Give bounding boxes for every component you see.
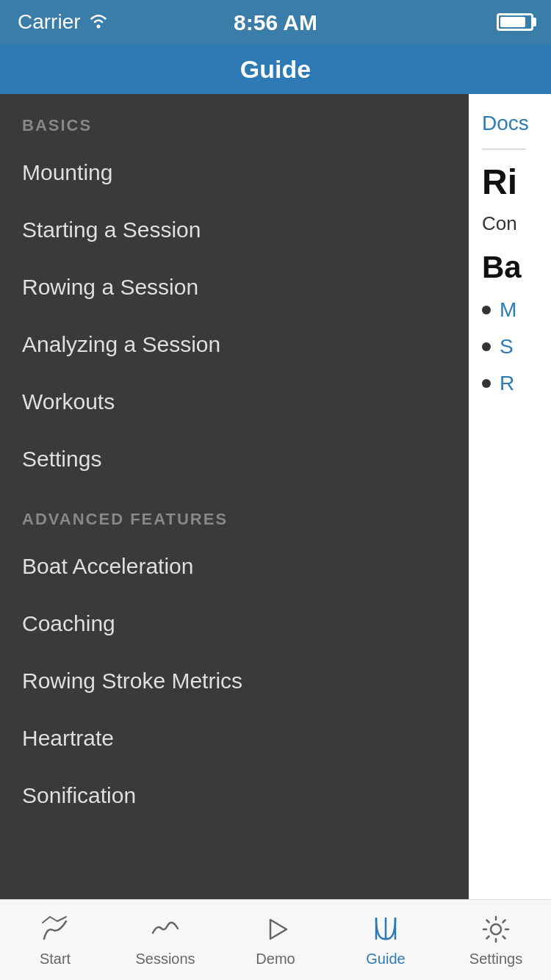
start-tab-icon — [38, 912, 72, 946]
bullet-text-2: S — [500, 335, 514, 359]
tab-bar: StartSessionsDemoGuideSettings — [0, 899, 551, 980]
tab-start[interactable]: Start — [0, 912, 110, 968]
sidebar-section-basics: BASICS — [0, 94, 469, 144]
sidebar-item-workouts[interactable]: Workouts — [0, 373, 469, 430]
sessions-tab-label: Sessions — [135, 951, 195, 968]
status-battery — [497, 13, 533, 31]
sidebar-item-boat-acceleration[interactable]: Boat Acceleration — [0, 538, 469, 595]
bullet-2: S — [482, 335, 538, 359]
bullet-3: R — [482, 372, 538, 395]
wifi-icon — [88, 10, 109, 34]
right-panel: Docs Ri Con Ba M S R — [469, 94, 551, 899]
sidebar-item-rowing-a-session[interactable]: Rowing a Session — [0, 259, 469, 316]
svg-marker-1 — [270, 920, 287, 939]
svg-point-0 — [96, 25, 100, 29]
sidebar-section-advanced-features: ADVANCED FEATURES — [0, 488, 469, 538]
bullet-1: M — [482, 298, 538, 322]
bullet-dot-1 — [482, 306, 491, 314]
carrier-text: Carrier — [18, 10, 81, 34]
tab-sessions[interactable]: Sessions — [110, 912, 220, 968]
tab-demo[interactable]: Demo — [220, 912, 331, 968]
right-subheading: Ba — [482, 250, 538, 285]
docs-link[interactable]: Docs — [482, 112, 538, 135]
sidebar-item-sonification[interactable]: Sonification — [0, 767, 469, 824]
sidebar-item-heartrate[interactable]: Heartrate — [0, 710, 469, 767]
sidebar: BASICSMountingStarting a SessionRowing a… — [0, 94, 469, 899]
settings-tab-label: Settings — [469, 951, 522, 968]
page-title: Guide — [240, 55, 311, 84]
demo-tab-label: Demo — [256, 951, 295, 968]
status-bar: Carrier 8:56 AM — [0, 0, 551, 44]
sidebar-item-mounting[interactable]: Mounting — [0, 144, 469, 201]
right-heading: Ri — [482, 163, 538, 202]
demo-tab-icon — [259, 912, 292, 946]
bullet-dot-3 — [482, 379, 491, 388]
sidebar-item-coaching[interactable]: Coaching — [0, 595, 469, 652]
sidebar-item-analyzing-a-session[interactable]: Analyzing a Session — [0, 316, 469, 373]
sessions-tab-icon — [148, 912, 182, 946]
bullet-text-1: M — [500, 298, 516, 322]
svg-point-5 — [491, 924, 501, 934]
start-tab-label: Start — [40, 951, 71, 968]
sidebar-item-starting-a-session[interactable]: Starting a Session — [0, 201, 469, 259]
right-content: Con — [482, 212, 538, 235]
bullet-text-3: R — [500, 372, 514, 395]
guide-tab-label: Guide — [366, 951, 405, 968]
tab-guide[interactable]: Guide — [331, 912, 441, 968]
sidebar-item-rowing-stroke-metrics[interactable]: Rowing Stroke Metrics — [0, 652, 469, 710]
battery-icon — [497, 13, 533, 31]
right-divider — [482, 148, 526, 150]
bullet-dot-2 — [482, 342, 491, 351]
sidebar-item-settings[interactable]: Settings — [0, 430, 469, 488]
status-time: 8:56 AM — [234, 10, 317, 35]
page-header: Guide — [0, 44, 551, 94]
tab-settings[interactable]: Settings — [441, 912, 551, 968]
settings-tab-icon — [479, 912, 513, 946]
guide-tab-icon — [369, 912, 403, 946]
battery-fill — [500, 17, 525, 27]
status-carrier: Carrier — [18, 10, 109, 34]
